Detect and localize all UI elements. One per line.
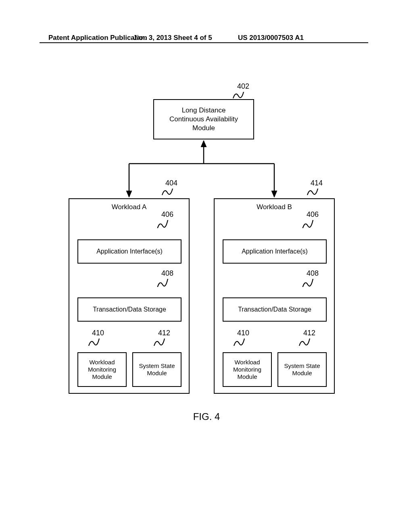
ref-412a: 412 (158, 329, 170, 337)
workload-a-state: System StateModule (132, 352, 181, 387)
ref-414: 414 (311, 179, 323, 187)
squiggle-410a (88, 337, 100, 347)
ref-406b: 406 (307, 210, 319, 219)
workload-a-trans-storage: Transaction/Data Storage (77, 297, 181, 322)
ref-408a: 408 (161, 269, 173, 278)
workload-b-trans-storage: Transaction/Data Storage (223, 297, 327, 322)
connectors (0, 0, 413, 210)
workload-a-bottom-pair: WorkloadMonitoringModule System StateMod… (77, 352, 181, 387)
squiggle-414 (307, 187, 319, 197)
workload-a-monitor-label: WorkloadMonitoringModule (88, 359, 116, 380)
figure-label: FIG. 4 (0, 411, 413, 422)
squiggle-412b (298, 337, 311, 347)
ref-412b: 412 (303, 329, 315, 337)
workload-b-box: Workload B Application Interface(s) Tran… (214, 198, 335, 394)
ref-410b: 410 (237, 329, 249, 337)
workload-a-state-label: System StateModule (139, 362, 175, 377)
workload-b-title: Workload B (215, 203, 334, 211)
workload-a-monitor: WorkloadMonitoringModule (77, 352, 127, 387)
workload-b-state: System StateModule (277, 352, 327, 387)
ref-404: 404 (165, 179, 177, 187)
squiggle-406a (156, 218, 169, 228)
workload-b-state-label: System StateModule (284, 362, 320, 377)
squiggle-406b (302, 218, 314, 228)
workload-b-app-interfaces: Application Interface(s) (223, 239, 327, 264)
squiggle-410b (233, 337, 245, 347)
workload-b-monitor: WorkloadMonitoringModule (223, 352, 272, 387)
ref-408b: 408 (307, 269, 319, 278)
squiggle-408b (302, 277, 314, 287)
squiggle-408a (156, 277, 169, 287)
ref-410a: 410 (92, 329, 104, 337)
workload-a-box: Workload A Application Interface(s) Tran… (69, 198, 190, 394)
workload-b-bottom-pair: WorkloadMonitoringModule System StateMod… (223, 352, 327, 387)
squiggle-412a (153, 337, 165, 347)
workload-a-title: Workload A (69, 203, 189, 211)
workload-b-monitor-label: WorkloadMonitoringModule (233, 359, 261, 380)
workload-a-app-interfaces: Application Interface(s) (77, 239, 181, 264)
squiggle-404 (161, 187, 173, 197)
ref-406a: 406 (161, 210, 173, 219)
